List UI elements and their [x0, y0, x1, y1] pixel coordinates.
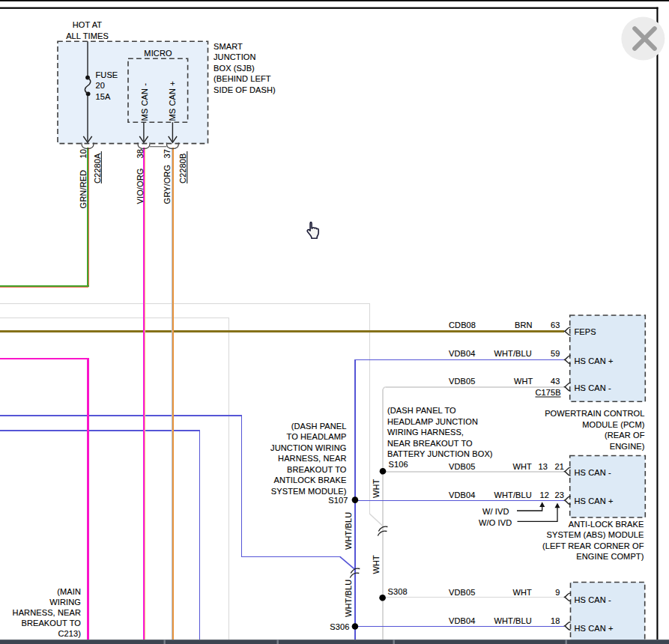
svg-text:MS CAN +: MS CAN + — [168, 81, 177, 121]
svg-text:S106: S106 — [389, 460, 408, 469]
svg-text:WHT/BLU: WHT/BLU — [494, 349, 532, 358]
svg-text:HS CAN +: HS CAN + — [575, 624, 614, 633]
svg-text:ALL TIMES: ALL TIMES — [66, 31, 109, 40]
svg-text:HARNESS, NEAR: HARNESS, NEAR — [278, 454, 346, 463]
svg-text:S308: S308 — [388, 587, 408, 596]
svg-text:(DASH PANEL: (DASH PANEL — [291, 422, 347, 431]
svg-text:12: 12 — [540, 490, 549, 499]
svg-text:SYSTEM MODULE): SYSTEM MODULE) — [271, 487, 347, 496]
svg-text:HS CAN +: HS CAN + — [575, 496, 614, 505]
svg-text:BREAKOUT TO: BREAKOUT TO — [21, 619, 81, 628]
svg-text:VDB05: VDB05 — [449, 462, 475, 471]
svg-text:15A: 15A — [96, 92, 111, 101]
svg-text:MODULE (PCM): MODULE (PCM) — [582, 420, 644, 429]
svg-text:GRN/RED: GRN/RED — [79, 170, 88, 209]
svg-text:BOX (SJB): BOX (SJB) — [214, 64, 255, 73]
svg-text:SIDE OF DASH): SIDE OF DASH) — [214, 85, 276, 94]
svg-text:MICRO: MICRO — [144, 49, 172, 58]
svg-text:W/O IVD: W/O IVD — [479, 518, 512, 527]
svg-text:VDB04: VDB04 — [449, 490, 475, 499]
svg-text:WHT: WHT — [372, 555, 381, 574]
svg-text:BATTERY JUNCTION BOX): BATTERY JUNCTION BOX) — [387, 449, 493, 458]
svg-text:20: 20 — [96, 81, 105, 90]
svg-text:(MAIN: (MAIN — [57, 587, 81, 596]
svg-text:WHT: WHT — [372, 479, 381, 498]
svg-text:VDB04: VDB04 — [449, 616, 475, 625]
svg-text:VDB05: VDB05 — [449, 588, 475, 597]
svg-text:HARNESS, NEAR: HARNESS, NEAR — [13, 608, 81, 617]
svg-text:(DASH PANEL TO: (DASH PANEL TO — [387, 406, 456, 415]
svg-text:C2280B: C2280B — [178, 154, 187, 183]
svg-text:C213): C213) — [58, 629, 81, 638]
svg-text:TO HEADLAMP: TO HEADLAMP — [287, 432, 347, 441]
svg-text:MS CAN -: MS CAN - — [140, 83, 149, 121]
svg-text:43: 43 — [551, 377, 560, 386]
svg-text:VIO/ORG: VIO/ORG — [136, 168, 145, 204]
svg-text:WIRING: WIRING — [49, 598, 81, 607]
svg-text:10: 10 — [79, 149, 88, 158]
svg-text:C2280A: C2280A — [93, 153, 102, 183]
svg-text:S107: S107 — [328, 496, 348, 505]
svg-text:WHT/BLU: WHT/BLU — [344, 512, 353, 550]
svg-text:(LEFT REAR CORNER OF: (LEFT REAR CORNER OF — [542, 541, 644, 550]
svg-text:CDB08: CDB08 — [449, 321, 476, 329]
svg-text:WIRING HARNESS,: WIRING HARNESS, — [387, 428, 464, 437]
svg-text:HS CAN -: HS CAN - — [575, 595, 611, 604]
svg-text:ANTILOCK BRAKE: ANTILOCK BRAKE — [273, 476, 346, 484]
svg-text:BREAKOUT TO: BREAKOUT TO — [287, 465, 347, 474]
svg-text:NEAR BREAKOUT TO: NEAR BREAKOUT TO — [387, 439, 473, 448]
svg-text:WHT: WHT — [514, 377, 533, 386]
svg-text:38: 38 — [136, 149, 145, 158]
svg-text:(REAR OF: (REAR OF — [605, 431, 645, 440]
svg-text:(BEHIND LEFT: (BEHIND LEFT — [214, 74, 271, 83]
svg-text:18: 18 — [551, 616, 560, 625]
svg-text:HOT AT: HOT AT — [73, 20, 103, 29]
svg-text:HS CAN -: HS CAN - — [575, 383, 611, 392]
svg-text:ENGINE COMPT): ENGINE COMPT) — [576, 552, 644, 561]
svg-text:S306: S306 — [330, 622, 349, 631]
svg-text:13: 13 — [539, 462, 548, 471]
svg-text:HS CAN -: HS CAN - — [575, 468, 611, 477]
svg-text:JUNCTION WIRING: JUNCTION WIRING — [270, 443, 346, 452]
svg-text:BRN: BRN — [515, 321, 533, 329]
svg-text:SMART: SMART — [214, 42, 243, 51]
svg-text:POWERTRAIN CONTROL: POWERTRAIN CONTROL — [545, 409, 644, 418]
svg-text:63: 63 — [551, 321, 560, 329]
svg-text:JUNCTION: JUNCTION — [214, 52, 256, 61]
svg-text:FEPS: FEPS — [575, 327, 596, 336]
svg-text:C175B: C175B — [536, 388, 561, 397]
svg-text:37: 37 — [163, 149, 172, 158]
svg-text:9: 9 — [555, 588, 560, 597]
svg-text:WHT/BLU: WHT/BLU — [494, 490, 532, 499]
svg-text:ANTI-LOCK BRAKE: ANTI-LOCK BRAKE — [569, 520, 644, 529]
svg-text:WHT: WHT — [513, 462, 533, 471]
svg-text:ENGINE): ENGINE) — [610, 442, 645, 451]
svg-text:23: 23 — [555, 490, 564, 499]
svg-text:VDB05: VDB05 — [449, 377, 475, 386]
svg-text:SYSTEM (ABS) MODULE: SYSTEM (ABS) MODULE — [546, 530, 644, 539]
svg-text:21: 21 — [555, 462, 564, 471]
svg-text:W/ IVD: W/ IVD — [482, 507, 509, 516]
svg-text:WHT: WHT — [513, 588, 533, 597]
svg-text:WHT/BLU: WHT/BLU — [494, 616, 532, 625]
svg-text:59: 59 — [551, 349, 560, 358]
svg-text:HS CAN +: HS CAN + — [575, 356, 614, 365]
svg-text:GRY/ORG: GRY/ORG — [163, 165, 172, 204]
svg-text:VDB04: VDB04 — [449, 349, 475, 358]
svg-text:WHT/BLU: WHT/BLU — [344, 580, 353, 617]
svg-text:HEADLAMP JUNCTION: HEADLAMP JUNCTION — [387, 417, 478, 426]
svg-text:FUSE: FUSE — [96, 70, 118, 79]
